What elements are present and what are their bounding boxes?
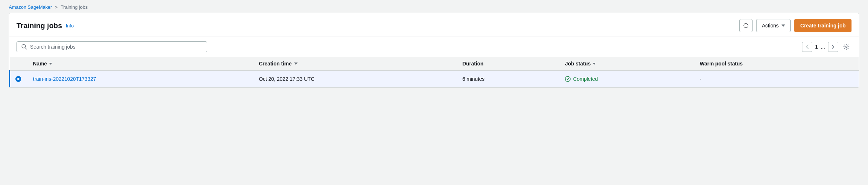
create-training-job-button[interactable]: Create training job [794, 19, 852, 32]
pagination-prev-button[interactable] [802, 42, 812, 52]
actions-chevron-icon [781, 24, 785, 27]
col-name[interactable]: Name [27, 57, 253, 71]
card-header: Training jobs Info Actions Create traini… [9, 13, 859, 37]
search-icon [21, 44, 27, 50]
col-job-status-label: Job status [565, 61, 591, 67]
breadcrumb-separator: > [55, 4, 58, 10]
col-job-status[interactable]: Job status [559, 57, 694, 71]
pagination-controls: 1 ... [802, 42, 852, 52]
col-creation-time-label: Creation time [259, 61, 291, 67]
row-warm-pool-status-cell: - [694, 71, 859, 87]
table-container: Name Creation time Dur [9, 57, 859, 87]
table-header-row: Name Creation time Dur [10, 57, 859, 71]
actions-label: Actions [762, 23, 779, 29]
job-status-badge: Completed [565, 76, 688, 82]
table-header: Name Creation time Dur [10, 57, 859, 71]
row-duration-cell: 6 minutes [456, 71, 559, 87]
table-body: train-iris-20221020T173327 Oct 20, 2022 … [10, 71, 859, 87]
breadcrumb-current: Training jobs [60, 4, 88, 10]
radio-inner [17, 78, 19, 80]
job-status-sort-icon [593, 63, 596, 65]
card-header-right: Actions Create training job [739, 19, 852, 32]
completed-status-icon [565, 76, 571, 82]
col-warm-pool-status: Warm pool status [694, 57, 859, 71]
col-warm-pool-status-label: Warm pool status [700, 61, 743, 67]
creation-time-sort-icon [294, 63, 298, 65]
col-creation-time[interactable]: Creation time [253, 57, 456, 71]
row-job-status-cell: Completed [559, 71, 694, 87]
chevron-right-icon [832, 45, 835, 49]
col-duration-label: Duration [462, 61, 483, 67]
svg-point-2 [846, 46, 847, 48]
row-name-cell: train-iris-20221020T173327 [27, 71, 253, 87]
col-select [10, 57, 27, 71]
actions-button[interactable]: Actions [756, 19, 791, 32]
pagination-ellipsis: ... [821, 44, 825, 50]
settings-icon [843, 44, 850, 50]
row-duration: 6 minutes [462, 76, 485, 82]
table-row[interactable]: train-iris-20221020T173327 Oct 20, 2022 … [10, 71, 859, 87]
page-title: Training jobs [16, 22, 62, 30]
info-link[interactable]: Info [66, 23, 74, 29]
row-creation-time-cell: Oct 20, 2022 17:33 UTC [253, 71, 456, 87]
page-container: Amazon SageMaker > Training jobs Trainin… [0, 0, 868, 185]
svg-line-1 [25, 48, 27, 49]
svg-point-3 [565, 76, 570, 82]
job-name-link[interactable]: train-iris-20221020T173327 [33, 76, 96, 82]
search-container [16, 41, 207, 52]
row-select-cell[interactable] [10, 71, 27, 87]
row-creation-time: Oct 20, 2022 17:33 UTC [259, 76, 315, 82]
pagination-settings-button[interactable] [841, 42, 852, 52]
main-card: Training jobs Info Actions Create traini… [9, 13, 859, 88]
training-jobs-table: Name Creation time Dur [9, 57, 859, 87]
card-header-left: Training jobs Info [16, 22, 74, 30]
breadcrumb-parent-link[interactable]: Amazon SageMaker [9, 4, 52, 10]
chevron-left-icon [806, 45, 809, 49]
refresh-button[interactable] [739, 19, 753, 32]
breadcrumb: Amazon SageMaker > Training jobs [0, 0, 868, 13]
row-radio-button[interactable] [15, 76, 21, 82]
filter-row: 1 ... [9, 37, 859, 57]
refresh-icon [743, 23, 749, 29]
pagination-next-button[interactable] [828, 42, 838, 52]
search-input[interactable] [30, 44, 202, 50]
pagination-current-page: 1 [815, 44, 818, 50]
create-button-label: Create training job [800, 23, 846, 29]
col-name-label: Name [33, 61, 47, 67]
col-duration: Duration [456, 57, 559, 71]
name-sort-icon [49, 63, 52, 65]
job-status-label: Completed [573, 76, 598, 82]
row-warm-pool-status: - [700, 76, 702, 82]
